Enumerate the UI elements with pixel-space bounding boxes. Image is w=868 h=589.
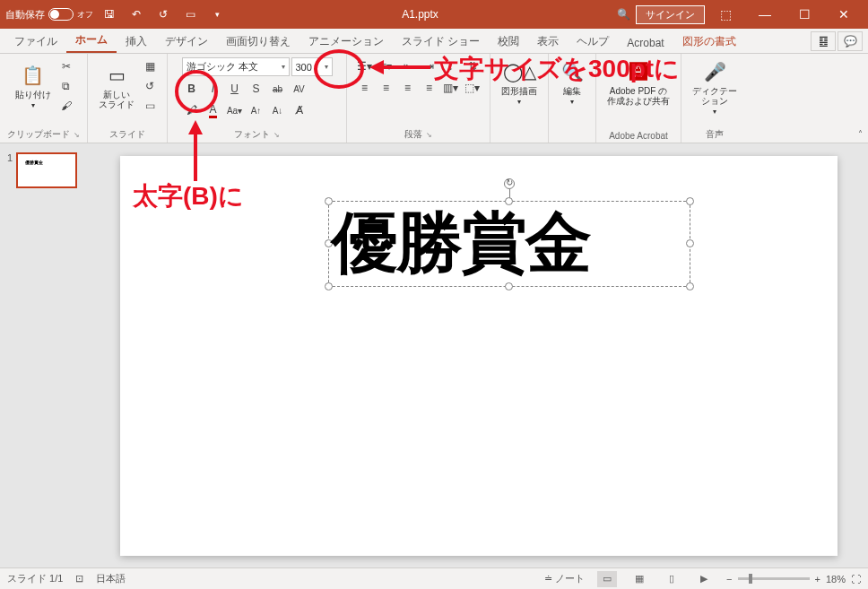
align-right-button[interactable]: ≡ xyxy=(398,79,418,97)
slide-textbox-text[interactable]: 優勝賞金 xyxy=(332,199,590,289)
text-direction-button[interactable]: ⇅ xyxy=(463,57,482,75)
group-font: 游ゴシック 本文▾ 300▾ B I U S ab AV 🖍 A Aa▾ A↑ … xyxy=(168,54,347,143)
shrink-font-button[interactable]: A↓ xyxy=(268,101,288,119)
cut-button[interactable]: ✂ xyxy=(56,57,76,75)
close-button[interactable]: ✕ xyxy=(825,1,863,28)
resize-handle[interactable] xyxy=(686,239,694,247)
slide-thumbnail-1[interactable]: 優勝賞金 xyxy=(16,152,77,188)
share-button[interactable]: ䷕ xyxy=(811,31,836,51)
zoom-slider[interactable] xyxy=(738,577,810,580)
redo-icon[interactable]: ↺ xyxy=(152,4,174,25)
tab-review[interactable]: 校閲 xyxy=(489,30,528,53)
tab-design[interactable]: デザイン xyxy=(156,30,217,53)
notes-button[interactable]: ≐ ノート xyxy=(544,572,585,585)
qat-more-icon[interactable]: ▾ xyxy=(206,4,228,25)
signin-button[interactable]: サインイン xyxy=(636,5,705,24)
start-slideshow-icon[interactable]: ▭ xyxy=(179,4,201,25)
zoom-out-button[interactable]: − xyxy=(726,574,732,585)
font-size-combo[interactable]: 300▾ xyxy=(291,57,333,76)
increase-indent-button[interactable]: ⇥ xyxy=(420,57,439,75)
comments-button[interactable]: 💬 xyxy=(838,31,863,51)
bold-button[interactable]: B xyxy=(182,80,202,98)
dictate-button[interactable]: 🎤 ディクテー ション ▾ xyxy=(689,57,741,117)
ribbon-display-icon[interactable]: ⬚ xyxy=(707,1,744,28)
columns-button[interactable]: ▥▾ xyxy=(441,79,461,97)
drawing-button[interactable]: ◯△ 図形描画 ▾ xyxy=(498,57,541,108)
italic-button[interactable]: I xyxy=(204,80,223,98)
copy-button[interactable]: ⧉ xyxy=(56,77,76,95)
normal-view-button[interactable]: ▭ xyxy=(597,571,617,587)
tab-view[interactable]: 表示 xyxy=(528,30,568,53)
maximize-button[interactable]: ☐ xyxy=(786,1,823,28)
work-area: 1 優勝賞金 優勝賞金 xyxy=(0,143,868,567)
status-slide-number: スライド 1/1 xyxy=(7,572,63,585)
tab-home[interactable]: ホーム xyxy=(66,28,117,53)
tab-acrobat[interactable]: Acrobat xyxy=(618,32,673,53)
layout-button[interactable]: ▦ xyxy=(140,57,160,75)
collapse-ribbon-button[interactable]: ˄ xyxy=(858,129,863,139)
change-case-button[interactable]: Aa▾ xyxy=(225,101,245,119)
tab-slideshow[interactable]: スライド ショー xyxy=(393,30,489,53)
clear-format-button[interactable]: A̸ xyxy=(290,101,309,119)
zoom-control[interactable]: − + 18% ⛶ xyxy=(726,574,861,585)
accessibility-icon[interactable]: ⊡ xyxy=(75,573,83,585)
paste-button[interactable]: 📋 貼り付け ▾ xyxy=(12,61,55,111)
reading-view-button[interactable]: ▯ xyxy=(662,571,681,587)
bullets-button[interactable]: ☰▾ xyxy=(355,57,375,75)
rotate-handle[interactable] xyxy=(504,178,515,189)
font-name-combo[interactable]: 游ゴシック 本文▾ xyxy=(182,57,290,76)
tab-transitions[interactable]: 画面切り替え xyxy=(217,30,299,53)
tab-help[interactable]: ヘルプ xyxy=(568,30,618,53)
editing-button[interactable]: 🔍 編集 ▾ xyxy=(556,57,588,108)
slideshow-view-button[interactable]: ▶ xyxy=(694,571,714,587)
pdf-icon: 🅰 xyxy=(626,59,651,84)
align-center-button[interactable]: ≡ xyxy=(377,79,396,97)
text-shadow-button[interactable]: S xyxy=(247,80,266,98)
fit-window-button[interactable]: ⛶ xyxy=(851,574,861,585)
decrease-indent-button[interactable]: ⇤ xyxy=(398,57,418,75)
tab-shape-format[interactable]: 図形の書式 xyxy=(673,30,745,53)
sorter-view-button[interactable]: ▦ xyxy=(629,571,649,587)
highlight-button[interactable]: 🖍 xyxy=(182,101,202,119)
status-language[interactable]: 日本語 xyxy=(96,572,126,585)
new-slide-button[interactable]: ▭ 新しい スライド xyxy=(95,61,138,111)
font-color-button[interactable]: A xyxy=(204,101,223,119)
tab-animations[interactable]: アニメーション xyxy=(299,30,393,53)
slide-canvas-area[interactable]: 優勝賞金 xyxy=(90,143,868,567)
underline-button[interactable]: U xyxy=(225,80,245,98)
font-dialog-launcher[interactable]: ↘ xyxy=(273,131,280,139)
tab-file[interactable]: ファイル xyxy=(5,30,66,53)
line-spacing-button[interactable]: ↕ xyxy=(441,57,461,75)
minimize-button[interactable]: — xyxy=(746,1,784,28)
section-button[interactable]: ▭ xyxy=(140,97,160,115)
adobe-pdf-button[interactable]: 🅰 Adobe PDF の 作成および共有 xyxy=(603,57,673,108)
paragraph-dialog-launcher[interactable]: ↘ xyxy=(426,131,432,139)
smartart-button[interactable]: ⬚▾ xyxy=(463,79,482,97)
window-title: A1.pptx xyxy=(228,8,612,21)
search-icon[interactable]: 🔍 xyxy=(612,4,634,25)
title-bar: 自動保存 オフ 🖫 ↶ ↺ ▭ ▾ A1.pptx 🔍 サインイン ⬚ — ☐ … xyxy=(0,0,868,29)
resize-handle[interactable] xyxy=(686,282,694,290)
format-painter-button[interactable]: 🖌 xyxy=(56,97,76,115)
justify-button[interactable]: ≡ xyxy=(420,79,439,97)
status-bar: スライド 1/1 ⊡ 日本語 ≐ ノート ▭ ▦ ▯ ▶ − + 18% ⛶ xyxy=(0,567,868,589)
ribbon-tabs: ファイル ホーム 挿入 デザイン 画面切り替え アニメーション スライド ショー… xyxy=(0,29,868,54)
reset-button[interactable]: ↺ xyxy=(140,77,160,95)
thumbnail-panel[interactable]: 1 優勝賞金 xyxy=(0,143,90,567)
zoom-percent[interactable]: 18% xyxy=(826,574,846,585)
strike-button[interactable]: ab xyxy=(268,80,288,98)
char-spacing-button[interactable]: AV xyxy=(290,80,309,98)
align-left-button[interactable]: ≡ xyxy=(355,79,375,97)
save-icon[interactable]: 🖫 xyxy=(99,4,120,25)
numbering-button[interactable]: ≡▾ xyxy=(377,57,396,75)
clipboard-dialog-launcher[interactable]: ↘ xyxy=(74,131,80,139)
zoom-in-button[interactable]: + xyxy=(815,574,820,585)
thumb-number: 1 xyxy=(7,152,13,188)
tab-insert[interactable]: 挿入 xyxy=(117,30,156,53)
autosave-toggle[interactable]: 自動保存 オフ xyxy=(5,8,93,22)
resize-handle[interactable] xyxy=(686,197,694,205)
clipboard-icon: 📋 xyxy=(21,63,46,88)
grow-font-button[interactable]: A↑ xyxy=(247,101,266,119)
slide-1[interactable]: 優勝賞金 xyxy=(120,156,838,556)
undo-icon[interactable]: ↶ xyxy=(126,4,147,25)
